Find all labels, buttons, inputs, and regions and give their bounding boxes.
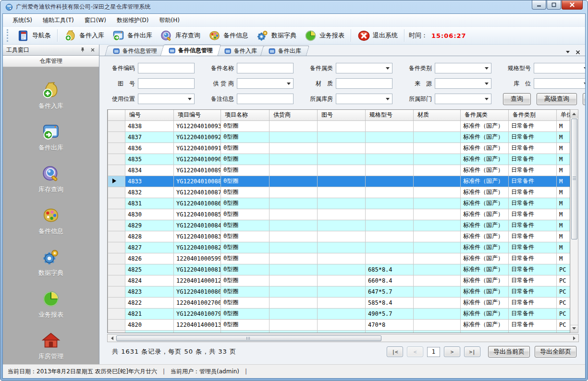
last-page-button[interactable]: >| — [464, 346, 480, 357]
table-row[interactable]: 4831YG122040100860型圈标准件（国产）日常备件M — [108, 198, 571, 209]
table-row[interactable]: 4832YG122040100870型圈标准件（国产）日常备件M — [108, 187, 571, 198]
table-row[interactable]: 482612204010005990型圈标准件（国产）日常备件M — [108, 253, 571, 264]
tab-close-icon[interactable] — [576, 48, 580, 57]
table-row[interactable]: 4823YG122040100800型圈647*5.7标准件（国产）日常备件PC — [108, 286, 571, 297]
drawing-no-input[interactable] — [138, 78, 195, 89]
toolbar-navigator-button[interactable]: 导航条 — [13, 28, 55, 43]
new-button[interactable]: 新建 — [583, 93, 585, 105]
menu-item-2[interactable]: 辅助工具(T) — [38, 14, 79, 26]
row-selector-cell[interactable] — [108, 264, 125, 275]
table-row[interactable]: 482412204014000120型圈660*8.4标准件（国产）日常备件PC — [108, 275, 571, 286]
sidebar-item-inventory-query[interactable]: 库存查询 — [38, 164, 63, 194]
sidebar-item-warehouse-mgmt[interactable]: 库房管理 — [38, 331, 63, 361]
table-row[interactable]: 4838YG122040100930型圈标准件（国产）日常备件M — [108, 120, 571, 131]
sidebar-item-data-dictionary[interactable]: 数据字典 — [38, 248, 63, 277]
next-page-button[interactable]: > — [444, 346, 460, 357]
horizontal-scrollbar[interactable] — [107, 334, 579, 342]
vertical-scrollbar[interactable] — [570, 109, 578, 333]
column-header-备件属类[interactable]: 备件属类 — [461, 110, 509, 120]
part-code-input[interactable] — [138, 63, 195, 73]
column-header-单位[interactable]: 单位 — [557, 110, 571, 120]
part-category-combo[interactable] — [336, 63, 392, 73]
column-header-项目编号[interactable]: 项目编号 — [174, 110, 221, 120]
supplier-combo[interactable] — [237, 78, 294, 89]
table-row[interactable]: 4836YG122040100910型圈标准件（国产）日常备件M — [108, 143, 571, 154]
row-selector-cell[interactable] — [108, 187, 125, 198]
table-row[interactable]: 482212204010027000型圈585*8.4标准件（国产）日常备件PC — [108, 297, 571, 308]
chevron-down-icon[interactable] — [566, 51, 570, 55]
tab-4[interactable]: 备件出库 — [260, 46, 309, 56]
row-selector-cell[interactable] — [108, 286, 125, 297]
toolbar-business-report-button[interactable]: 业务报表 — [300, 28, 348, 43]
scroll-up-icon[interactable] — [570, 110, 578, 118]
advanced-query-button[interactable]: 高级查询 — [537, 93, 577, 105]
remark-input[interactable] — [237, 94, 294, 104]
maximize-button[interactable] — [547, 0, 561, 10]
department-combo[interactable] — [435, 94, 491, 104]
pin-icon[interactable] — [79, 47, 86, 53]
sidebar-item-parts-out[interactable]: 备件出库 — [38, 122, 63, 152]
row-selector-cell[interactable] — [108, 297, 125, 308]
part-name-input[interactable] — [237, 63, 294, 73]
part-class-combo[interactable] — [435, 63, 491, 73]
table-row[interactable]: 4829YG122040100840型圈标准件（国产）日常备件M — [108, 220, 571, 231]
toolbar-parts-info-button[interactable]: 备件信息 — [204, 28, 252, 43]
table-row[interactable]: 4833YG122040100880型圈标准件（国产）日常备件M — [108, 176, 571, 187]
toolbar-inventory-query-button[interactable]: 库存查询 — [156, 28, 204, 43]
menu-item-1[interactable]: 系统(S) — [8, 14, 37, 26]
row-selector-cell[interactable] — [108, 131, 125, 143]
spec-model-combo[interactable] — [534, 63, 585, 73]
column-header-编号[interactable]: 编号 — [125, 110, 174, 120]
column-header-供货商[interactable]: 供货商 — [270, 110, 318, 120]
sidebar-close-icon[interactable] — [89, 47, 96, 53]
row-selector-cell[interactable] — [108, 176, 125, 187]
scroll-down-icon[interactable] — [570, 325, 578, 333]
scroll-right-icon[interactable] — [571, 334, 578, 342]
column-header-材质[interactable]: 材质 — [414, 110, 461, 120]
row-selector-cell[interactable] — [108, 220, 125, 231]
tab-2-active[interactable]: 备件信息管理 — [160, 45, 221, 56]
menu-item-4[interactable]: 数据维护(D) — [112, 14, 154, 26]
table-row[interactable]: 4834YG122040100890型圈标准件（国产）日常备件M — [108, 165, 571, 176]
row-selector-cell[interactable] — [108, 165, 125, 176]
sidebar-item-parts-info[interactable]: 备件信息 — [38, 206, 63, 236]
column-header-规格型号[interactable]: 规格型号 — [366, 110, 414, 120]
table-row[interactable]: 4821YG122040100790型圈490*5.7标准件（国产）日常备件PC — [108, 308, 571, 319]
minimize-button[interactable] — [532, 0, 546, 10]
toolbar-exit-system-button[interactable]: 退出系统 — [354, 28, 402, 43]
first-page-button[interactable]: |< — [387, 346, 403, 357]
page-number-box[interactable]: 1 — [427, 347, 440, 357]
menu-item-3[interactable]: 窗口(W) — [80, 14, 111, 26]
row-selector-cell[interactable] — [108, 253, 125, 264]
sidebar-item-business-report[interactable]: 业务报表 — [38, 289, 63, 319]
scroll-left-icon[interactable] — [108, 334, 115, 342]
horizontal-scroll-thumb[interactable] — [116, 335, 381, 341]
column-header-项目名称[interactable]: 项目名称 — [221, 110, 270, 120]
row-selector-cell[interactable] — [108, 231, 125, 242]
table-row[interactable]: 4827YG122040100820型圈标准件（国产）日常备件M — [108, 242, 571, 253]
row-selector-cell[interactable] — [108, 120, 125, 131]
export-current-page-button[interactable]: 导出当前页 — [488, 346, 530, 357]
row-selector-cell[interactable] — [108, 198, 125, 209]
row-selector-cell[interactable] — [108, 154, 125, 165]
table-row[interactable]: 4835YG122040100900型圈标准件（国产）日常备件M — [108, 154, 571, 165]
query-button[interactable]: 查询 — [503, 93, 531, 105]
warehouse-combo[interactable] — [336, 94, 392, 104]
toolbar-parts-in-button[interactable]: 备件入库 — [60, 28, 108, 43]
table-row[interactable]: 482012204014000130型圈470*8标准件（国产）日常备件PC — [108, 319, 571, 330]
use-position-combo[interactable] — [138, 94, 195, 104]
table-row[interactable]: 4825YG122040100810型圈685*8.4标准件（国产）日常备件PC — [108, 264, 571, 275]
row-selector-cell[interactable] — [108, 308, 125, 319]
toolbar-parts-out-button[interactable]: 备件出库 — [108, 28, 156, 43]
row-selector-header[interactable] — [108, 110, 125, 120]
row-selector-cell[interactable] — [108, 319, 125, 330]
row-selector-cell[interactable] — [108, 275, 125, 286]
toolbar-grip[interactable] — [7, 29, 10, 42]
row-selector-cell[interactable] — [108, 242, 125, 253]
row-selector-cell[interactable] — [108, 209, 125, 220]
material-input[interactable] — [336, 78, 392, 89]
tab-3[interactable]: 备件入库 — [216, 46, 265, 56]
sidebar-item-parts-in[interactable]: 备件入库 — [38, 81, 63, 110]
column-header-图号[interactable]: 图号 — [318, 110, 366, 120]
table-row[interactable]: 4828YG122040100830型圈标准件（国产）日常备件M — [108, 231, 571, 242]
